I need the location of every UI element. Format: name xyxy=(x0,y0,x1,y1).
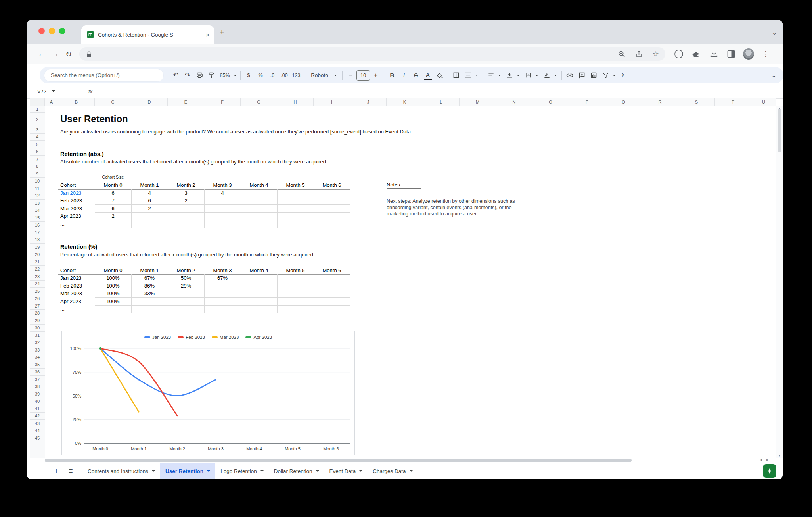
column-header-P[interactable]: P xyxy=(569,98,605,106)
font-caret-icon[interactable] xyxy=(334,75,337,76)
browser-tab[interactable]: Cohorts & Retention - Google S × xyxy=(81,25,214,44)
column-header-B[interactable]: B xyxy=(58,98,95,106)
tab-strip-chevron-icon[interactable]: ⌄ xyxy=(772,29,777,36)
column-header-R[interactable]: R xyxy=(642,98,678,106)
paint-format-icon[interactable] xyxy=(205,69,217,81)
row-header-7[interactable]: 7 xyxy=(30,156,45,163)
row-header-41[interactable]: 41 xyxy=(30,405,45,413)
column-header-H[interactable]: H xyxy=(277,98,314,106)
horizontal-scrollbar[interactable] xyxy=(45,458,755,463)
zoom-select[interactable]: 85% xyxy=(217,69,232,81)
filter-caret-icon[interactable] xyxy=(613,75,616,76)
font-select[interactable]: Roboto xyxy=(306,69,333,81)
row-header-9[interactable]: 9 xyxy=(30,170,45,178)
row-header-40[interactable]: 40 xyxy=(30,398,45,406)
column-header-J[interactable]: J xyxy=(350,98,387,106)
legend-item[interactable]: Apr 2023 xyxy=(245,335,272,340)
profile-avatar[interactable] xyxy=(743,48,754,60)
scroll-down-icon[interactable]: ▾ xyxy=(776,454,783,457)
share-icon[interactable] xyxy=(636,50,642,58)
legend-item[interactable]: Feb 2023 xyxy=(178,335,205,340)
column-header-I[interactable]: I xyxy=(314,98,350,106)
row-header-2[interactable]: 2 xyxy=(30,113,45,126)
row-header-5[interactable]: 5 xyxy=(30,141,45,148)
row-header-8[interactable]: 8 xyxy=(30,163,45,171)
row-header-33[interactable]: 33 xyxy=(30,346,45,354)
column-header-U[interactable]: U xyxy=(751,98,776,106)
borders-icon[interactable] xyxy=(450,69,462,81)
row-header-6[interactable]: 6 xyxy=(30,148,45,156)
sheet-tab-caret-icon[interactable] xyxy=(359,470,362,472)
column-header-E[interactable]: E xyxy=(168,98,204,106)
scroll-left-icon[interactable]: ◂ xyxy=(760,458,762,462)
text-color-button[interactable]: A xyxy=(424,70,432,80)
side-panel-icon[interactable] xyxy=(727,50,735,58)
minimize-window-button[interactable] xyxy=(49,28,55,34)
row-header-20[interactable]: 20 xyxy=(30,251,45,259)
forward-icon[interactable]: → xyxy=(48,47,62,61)
text-rotation-icon[interactable] xyxy=(541,69,553,81)
functions-button[interactable]: Σ xyxy=(617,69,629,81)
text-wrap-caret-icon[interactable] xyxy=(535,75,538,76)
row-header-42[interactable]: 42 xyxy=(30,413,45,420)
sheet-tab-caret-icon[interactable] xyxy=(260,470,264,472)
row-header-16[interactable]: 16 xyxy=(30,222,45,229)
back-icon[interactable]: ← xyxy=(35,47,48,61)
sheet-tab-event-data[interactable]: Event Data xyxy=(324,463,368,479)
bookmark-star-icon[interactable]: ☆ xyxy=(653,50,659,58)
vertical-align-icon[interactable] xyxy=(504,69,515,81)
row-header-17[interactable]: 17 xyxy=(30,229,45,236)
row-header-10[interactable]: 10 xyxy=(30,178,45,185)
row-header-19[interactable]: 19 xyxy=(30,244,45,251)
decrease-decimal-button[interactable]: .0 xyxy=(266,69,278,81)
format-percent-button[interactable]: % xyxy=(255,69,266,81)
extension-braces-icon[interactable] xyxy=(674,49,684,59)
column-header-G[interactable]: G xyxy=(241,98,277,106)
column-header-M[interactable]: M xyxy=(460,98,496,106)
sheet-tab-caret-icon[interactable] xyxy=(410,470,413,472)
vertical-align-caret-icon[interactable] xyxy=(517,75,520,76)
zoom-out-icon[interactable] xyxy=(618,50,625,58)
text-wrap-icon[interactable] xyxy=(522,69,534,81)
insert-link-icon[interactable] xyxy=(564,69,576,81)
row-header-28[interactable]: 28 xyxy=(30,310,45,317)
row-header-44[interactable]: 44 xyxy=(30,427,45,435)
name-box-caret-icon[interactable] xyxy=(52,90,55,92)
retention-chart[interactable]: Jan 2023Feb 2023Mar 2023Apr 2023 0%25%50… xyxy=(61,331,355,455)
legend-item[interactable]: Mar 2023 xyxy=(212,335,239,340)
text-rotation-caret-icon[interactable] xyxy=(554,75,557,76)
font-size-input[interactable]: 10 xyxy=(356,70,370,81)
italic-button[interactable]: I xyxy=(398,69,410,81)
row-header-1[interactable]: 1 xyxy=(30,106,45,113)
row-header-32[interactable]: 32 xyxy=(30,339,45,347)
select-all-corner[interactable] xyxy=(30,98,45,106)
sheet-tab-charges-data[interactable]: Charges Data xyxy=(368,463,417,479)
extensions-puzzle-icon[interactable] xyxy=(692,50,701,58)
row-header-38[interactable]: 38 xyxy=(30,383,45,391)
row-header-12[interactable]: 12 xyxy=(30,192,45,200)
print-icon[interactable] xyxy=(193,69,205,81)
increase-font-size-button[interactable]: + xyxy=(370,69,382,81)
sheet-tab-caret-icon[interactable] xyxy=(316,470,319,472)
row-header-30[interactable]: 30 xyxy=(30,325,45,332)
insert-comment-icon[interactable] xyxy=(576,69,588,81)
bold-button[interactable]: B xyxy=(386,69,398,81)
sheet-tab-user-retention[interactable]: User Retention xyxy=(160,463,215,479)
row-header-45[interactable]: 45 xyxy=(30,434,45,442)
row-header-14[interactable]: 14 xyxy=(30,207,45,215)
toolbar-more-chevron-icon[interactable]: ⌄ xyxy=(771,72,776,79)
column-header-Q[interactable]: Q xyxy=(605,98,642,106)
undo-icon[interactable]: ↶ xyxy=(170,69,182,81)
row-header-31[interactable]: 31 xyxy=(30,332,45,339)
column-header-A[interactable]: A xyxy=(45,98,58,106)
row-header-11[interactable]: 11 xyxy=(30,185,45,192)
row-header-36[interactable]: 36 xyxy=(30,369,45,376)
column-header-C[interactable]: C xyxy=(95,98,131,106)
row-header-24[interactable]: 24 xyxy=(30,281,45,288)
more-formats-button[interactable]: 123 xyxy=(290,69,302,81)
add-sheet-icon[interactable]: + xyxy=(49,464,63,478)
legend-item[interactable]: Jan 2023 xyxy=(144,335,171,340)
sheet-tab-contents-and-instructions[interactable]: Contents and Instructions xyxy=(82,463,160,479)
row-header-21[interactable]: 21 xyxy=(30,258,45,266)
column-header-K[interactable]: K xyxy=(387,98,423,106)
